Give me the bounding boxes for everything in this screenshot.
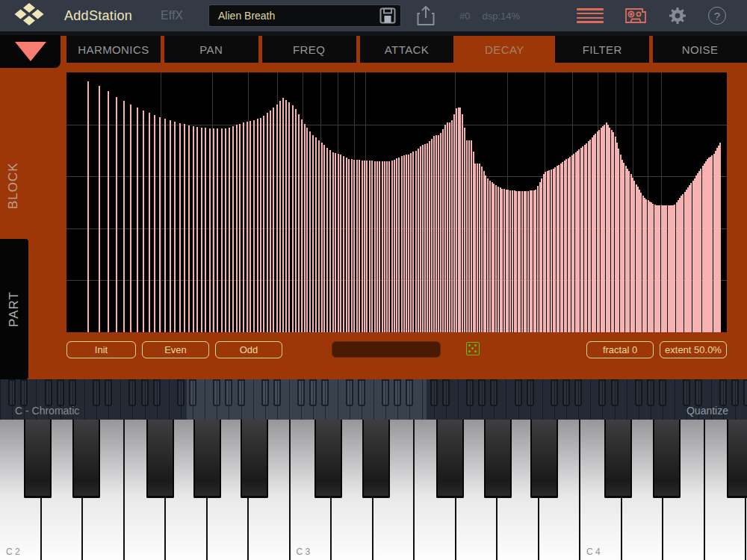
harmonic-bar bbox=[340, 155, 341, 332]
harmonic-bar bbox=[149, 113, 150, 332]
navbar-icons: ? bbox=[577, 0, 747, 31]
octave-label: C 4 bbox=[586, 547, 601, 557]
harmonic-bar bbox=[451, 120, 453, 332]
harmonic-bar bbox=[483, 171, 485, 332]
morph-slider[interactable] bbox=[332, 341, 441, 358]
black-key-F-sharp[interactable] bbox=[727, 420, 747, 498]
even-button[interactable]: Even bbox=[142, 341, 209, 358]
octave-label: C 3 bbox=[297, 547, 311, 557]
harmonic-bar bbox=[474, 164, 476, 332]
harmonic-bar bbox=[481, 167, 483, 332]
harmonic-bar bbox=[201, 128, 202, 332]
extent-button[interactable]: extent 50.0% bbox=[660, 341, 727, 358]
overview-key-divider bbox=[397, 379, 398, 420]
harmonic-bar bbox=[362, 161, 363, 332]
scale-label[interactable]: C - Chromatic bbox=[15, 405, 79, 417]
odd-button[interactable]: Odd bbox=[215, 341, 282, 358]
harmonic-bar bbox=[444, 125, 446, 332]
black-key-C-sharp[interactable] bbox=[314, 420, 342, 498]
part-mode-tab[interactable]: PART bbox=[0, 239, 28, 379]
black-key-D-sharp[interactable] bbox=[72, 420, 100, 498]
help-icon[interactable]: ? bbox=[708, 7, 726, 25]
harmonic-bar bbox=[285, 100, 287, 332]
black-key-D-sharp[interactable] bbox=[362, 420, 390, 498]
harmonic-bar bbox=[298, 114, 300, 332]
black-key-C-sharp[interactable] bbox=[604, 420, 632, 498]
harmonic-bar bbox=[353, 160, 355, 332]
harmonic-bar bbox=[438, 135, 439, 332]
effx-tab[interactable]: EffX bbox=[161, 9, 183, 22]
black-key-A-sharp[interactable] bbox=[241, 420, 268, 498]
black-key-F-sharp[interactable] bbox=[146, 420, 174, 498]
harmonic-bar bbox=[174, 122, 176, 332]
harmonic-bar bbox=[396, 158, 397, 332]
collapse-panel-button[interactable] bbox=[0, 35, 61, 68]
harmonic-bar bbox=[209, 128, 211, 332]
overview-key-divider bbox=[277, 379, 278, 420]
harmonic-bar bbox=[366, 161, 368, 332]
tab-freq[interactable]: FREQ bbox=[262, 36, 356, 63]
harmonic-bar bbox=[453, 114, 455, 332]
decay-panel: BLOCK PART Init Even Odd fractal 0 exten… bbox=[0, 36, 747, 379]
harmonic-bar bbox=[351, 159, 353, 332]
menu-icon[interactable] bbox=[577, 8, 604, 23]
keyboard-overview-strip[interactable]: C - Chromatic Quantize bbox=[0, 379, 747, 420]
harmonic-bar bbox=[243, 122, 244, 332]
share-icon[interactable] bbox=[416, 5, 436, 26]
harmonic-bar bbox=[394, 160, 395, 332]
harmonic-bar bbox=[369, 161, 371, 332]
harmonic-bar bbox=[503, 189, 505, 332]
init-button[interactable]: Init bbox=[66, 341, 136, 358]
harmonic-bar bbox=[415, 151, 417, 332]
tab-noise[interactable]: NOISE bbox=[653, 36, 747, 63]
save-icon[interactable] bbox=[379, 7, 396, 24]
black-key-A-sharp[interactable] bbox=[530, 420, 558, 498]
harmonic-bar bbox=[137, 108, 138, 332]
fractal-button[interactable]: fractal 0 bbox=[586, 341, 654, 358]
program-number: #0 bbox=[459, 10, 470, 22]
harmonic-bar bbox=[249, 121, 251, 332]
black-key-F-sharp[interactable] bbox=[436, 420, 464, 498]
tab-pan[interactable]: PAN bbox=[164, 36, 258, 63]
black-key-D-sharp[interactable] bbox=[653, 420, 681, 498]
harmonic-bar bbox=[433, 136, 435, 332]
settings-gear-icon[interactable] bbox=[668, 6, 687, 25]
harmonic-bar bbox=[427, 143, 428, 332]
preset-name-field[interactable]: Alien Breath bbox=[208, 4, 401, 27]
quantize-label[interactable]: Quantize bbox=[686, 405, 728, 417]
tab-attack[interactable]: ATTACK bbox=[360, 36, 454, 63]
overview-key-divider bbox=[385, 379, 386, 420]
harmonic-bar bbox=[449, 122, 450, 332]
harmonic-bar bbox=[205, 128, 206, 332]
black-key-G-sharp[interactable] bbox=[193, 420, 221, 498]
harmonic-bar bbox=[164, 119, 166, 332]
harmonic-bar bbox=[338, 154, 339, 332]
harmonic-bar bbox=[267, 113, 268, 332]
harmonic-bar bbox=[159, 117, 161, 332]
black-key-C-sharp[interactable] bbox=[24, 420, 52, 498]
harmonic-bar bbox=[260, 118, 261, 332]
harmonic-bar bbox=[412, 152, 414, 332]
harmonic-bar bbox=[403, 155, 405, 332]
overview-key-divider bbox=[422, 379, 423, 420]
harmonic-bar bbox=[130, 105, 131, 332]
randomize-dice-icon[interactable] bbox=[466, 342, 480, 355]
piano-keyboard[interactable]: C 2C 3C 4 bbox=[0, 420, 747, 560]
black-key-G-sharp[interactable] bbox=[484, 420, 512, 498]
harmonic-bar bbox=[429, 141, 430, 332]
harmonic-bar bbox=[359, 160, 360, 332]
app-logo-icon[interactable] bbox=[12, 3, 46, 28]
tab-harmonics[interactable]: HARMONICS bbox=[66, 36, 161, 63]
tab-filter[interactable]: FILTER bbox=[555, 36, 649, 63]
harmonic-bar bbox=[477, 164, 478, 332]
recorder-icon[interactable] bbox=[624, 7, 647, 25]
harmonic-bar bbox=[495, 185, 497, 332]
harmonic-decay-chart[interactable] bbox=[66, 72, 727, 332]
overview-key-divider bbox=[362, 379, 362, 420]
harmonic-bar bbox=[388, 161, 390, 333]
block-mode-label[interactable]: BLOCK bbox=[6, 176, 21, 209]
harmonic-bar bbox=[318, 140, 320, 332]
harmonic-bar bbox=[492, 182, 493, 332]
tab-decay[interactable]: DECAY bbox=[457, 36, 551, 63]
harmonic-bar bbox=[247, 122, 248, 332]
